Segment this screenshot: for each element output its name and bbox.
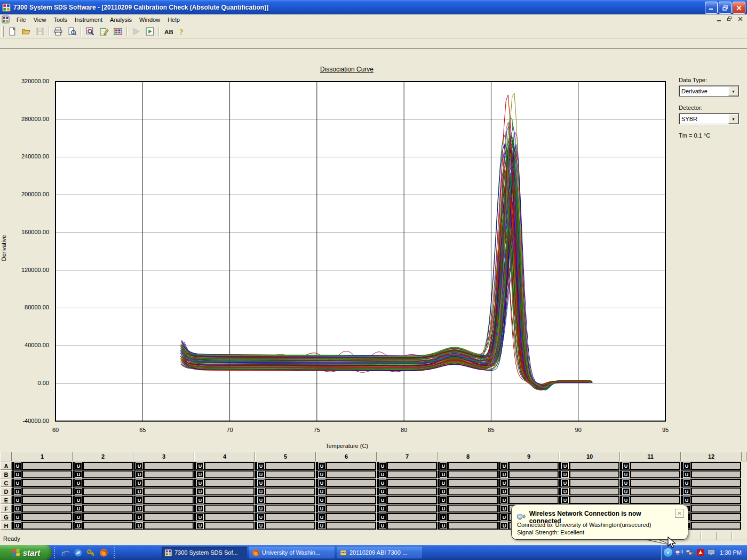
well-G3[interactable]: U [133,513,194,521]
well-D3[interactable]: U [133,487,194,495]
well-G4[interactable]: U [194,513,255,521]
well-G5[interactable]: U [255,513,315,521]
plate-row-header-C[interactable]: C [1,479,12,487]
well-C10[interactable]: U [559,479,619,487]
well-D10[interactable]: U [559,487,619,495]
plate-row-header-E[interactable]: E [1,496,12,504]
well-D2[interactable]: U [73,487,133,495]
wireless-network-icon[interactable] [674,548,684,557]
display-settings-icon[interactable] [706,548,716,557]
taskbar-button-7300-system-sds-sof[interactable]: 7300 System SDS Sof... [162,547,247,558]
plate-column-header-5[interactable]: 5 [255,452,316,461]
menu-file[interactable]: File [13,15,30,24]
plate-row-header-G[interactable]: G [1,513,12,521]
well-D6[interactable]: U [316,487,376,495]
plate-column-header-12[interactable]: 12 [681,452,742,461]
well-A7[interactable]: U [377,462,437,470]
menu-help[interactable]: Help [164,15,184,24]
plate-column-header-4[interactable]: 4 [194,452,255,461]
well-D11[interactable]: U [620,487,680,495]
mdi-minimize-button[interactable] [714,15,724,23]
taskbar-button-university-of-washin[interactable]: University of Washin... [249,547,335,558]
well-H6[interactable]: U [316,522,376,530]
well-B1[interactable]: U [12,470,72,478]
plate-column-header-7[interactable]: 7 [377,452,438,461]
well-E1[interactable]: U [12,496,72,504]
well-H1[interactable]: U [12,522,72,530]
menu-instrument[interactable]: Instrument [71,15,106,24]
well-H3[interactable]: U [133,522,194,530]
well-A3[interactable]: U [133,462,194,470]
well-H8[interactable]: U [438,522,498,530]
chevron-down-icon[interactable]: ▼ [728,86,738,96]
well-E12[interactable]: U [681,496,741,504]
well-A10[interactable]: U [559,462,619,470]
well-B2[interactable]: U [73,470,133,478]
minimize-button[interactable] [705,2,718,14]
well-B6[interactable]: U [316,470,376,478]
well-A5[interactable]: U [255,462,315,470]
print-preview-icon[interactable] [65,25,79,38]
well-B12[interactable]: U [681,470,741,478]
well-C1[interactable]: U [12,479,72,487]
tray-chevron-icon[interactable]: « [664,548,672,557]
well-E2[interactable]: U [73,496,133,504]
well-F8[interactable]: U [438,505,498,513]
well-C4[interactable]: U [194,479,255,487]
well-B10[interactable]: U [559,470,619,478]
well-D5[interactable]: U [255,487,315,495]
start-button[interactable]: start [0,545,52,560]
acrobat-icon[interactable] [696,548,705,557]
plate-column-header-2[interactable]: 2 [73,452,133,461]
well-G1[interactable]: U [12,513,72,521]
plate-corner-cell[interactable] [1,452,12,461]
well-A11[interactable]: U [620,462,680,470]
well-F6[interactable]: U [316,505,376,513]
restore-button[interactable] [719,2,732,14]
well-A2[interactable]: U [73,462,133,470]
well-H2[interactable]: U [73,522,133,530]
plate-column-header-6[interactable]: 6 [316,452,377,461]
well-B11[interactable]: U [620,470,680,478]
well-F2[interactable]: U [73,505,133,513]
menu-window[interactable]: Window [136,15,164,24]
plate-column-header-11[interactable]: 11 [620,452,681,461]
network-warning-icon[interactable]: ! [685,548,694,557]
well-D9[interactable]: U [498,487,559,495]
well-E5[interactable]: U [255,496,315,504]
plate-row-header-D[interactable]: D [1,487,12,495]
menu-view[interactable]: View [30,15,50,24]
zoom-grid-icon[interactable] [83,25,97,38]
well-F7[interactable]: U [377,505,437,513]
well-E4[interactable]: U [194,496,255,504]
plate-column-header-10[interactable]: 10 [559,452,620,461]
plate-column-header-8[interactable]: 8 [438,452,498,461]
well-E7[interactable]: U [377,496,437,504]
plate-column-header-3[interactable]: 3 [133,452,194,461]
well-B8[interactable]: U [438,470,498,478]
well-F12[interactable]: U [681,505,741,513]
new-document-icon[interactable] [5,25,19,38]
well-E9[interactable]: U [498,496,559,504]
well-D8[interactable]: U [438,487,498,495]
print-icon[interactable] [51,25,65,38]
msn-explorer-icon[interactable] [73,548,83,557]
close-button[interactable] [733,2,745,14]
detector-select[interactable]: SYBR ▼ [679,113,740,125]
well-E10[interactable]: U [559,496,619,504]
well-D1[interactable]: U [12,487,72,495]
well-F3[interactable]: U [133,505,194,513]
well-B5[interactable]: U [255,470,315,478]
well-H7[interactable]: U [377,522,437,530]
well-A6[interactable]: U [316,462,376,470]
well-C12[interactable]: U [681,479,741,487]
well-C11[interactable]: U [620,479,680,487]
well-A8[interactable]: U [438,462,498,470]
well-G12[interactable]: U [681,513,741,521]
well-C8[interactable]: U [438,479,498,487]
well-A9[interactable]: U [498,462,559,470]
well-A12[interactable]: U [681,462,741,470]
open-folder-icon[interactable] [19,25,33,38]
well-E11[interactable]: U [620,496,680,504]
well-A4[interactable]: U [194,462,255,470]
